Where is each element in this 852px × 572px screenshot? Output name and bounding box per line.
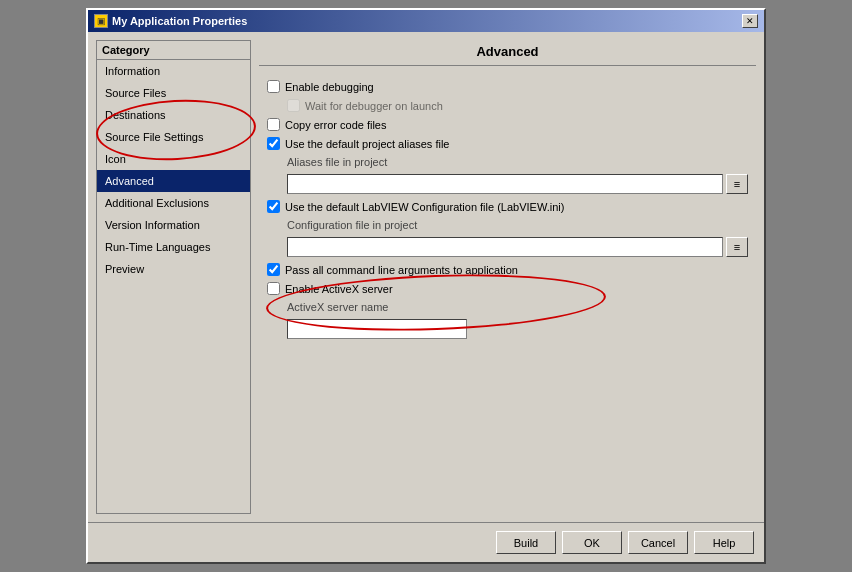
sidebar-item-source-files[interactable]: Source Files xyxy=(97,82,250,104)
config-file-label: Configuration file in project xyxy=(287,219,748,231)
sidebar-item-source-file-settings[interactable]: Source File Settings xyxy=(97,126,250,148)
sidebar: Category Information Source Files Destin… xyxy=(96,40,251,514)
copy-error-label: Copy error code files xyxy=(285,119,387,131)
dialog-title: My Application Properties xyxy=(112,15,247,27)
use-default-aliases-checkbox[interactable] xyxy=(267,137,280,150)
wait-debugger-label: Wait for debugger on launch xyxy=(305,100,443,112)
config-file-input[interactable] xyxy=(287,237,723,257)
use-default-labview-row: Use the default LabVIEW Configuration fi… xyxy=(267,200,748,213)
wait-debugger-row: Wait for debugger on launch xyxy=(287,99,748,112)
enable-activex-checkbox[interactable] xyxy=(267,282,280,295)
pass-cmdline-label: Pass all command line arguments to appli… xyxy=(285,264,518,276)
main-content: Advanced Enable debugging Wait for debug… xyxy=(259,40,756,514)
activex-server-input[interactable] xyxy=(287,319,467,339)
copy-error-code-row: Copy error code files xyxy=(267,118,748,131)
sidebar-item-run-time-languages[interactable]: Run-Time Languages xyxy=(97,236,250,258)
enable-debugging-row: Enable debugging xyxy=(267,80,748,93)
sidebar-item-icon[interactable]: Icon xyxy=(97,148,250,170)
sidebar-item-version-information[interactable]: Version Information xyxy=(97,214,250,236)
dialog-body: Category Information Source Files Destin… xyxy=(88,32,764,522)
panel-body: Enable debugging Wait for debugger on la… xyxy=(259,76,756,514)
cancel-button[interactable]: Cancel xyxy=(628,531,688,554)
pass-cmdline-checkbox[interactable] xyxy=(267,263,280,276)
sidebar-item-additional-exclusions[interactable]: Additional Exclusions xyxy=(97,192,250,214)
sidebar-item-information[interactable]: Information xyxy=(97,60,250,82)
wait-debugger-checkbox[interactable] xyxy=(287,99,300,112)
ok-button[interactable]: OK xyxy=(562,531,622,554)
enable-activex-row: Enable ActiveX server xyxy=(267,282,748,295)
use-default-labview-label: Use the default LabVIEW Configuration fi… xyxy=(285,201,564,213)
aliases-browse-button[interactable]: ≡ xyxy=(726,174,748,194)
use-default-labview-checkbox[interactable] xyxy=(267,200,280,213)
app-icon: ▣ xyxy=(94,14,108,28)
use-default-aliases-row: Use the default project aliases file xyxy=(267,137,748,150)
enable-debugging-checkbox[interactable] xyxy=(267,80,280,93)
aliases-file-label: Aliases file in project xyxy=(287,156,748,168)
copy-error-checkbox[interactable] xyxy=(267,118,280,131)
panel-title: Advanced xyxy=(259,40,756,66)
use-default-aliases-label: Use the default project aliases file xyxy=(285,138,449,150)
sidebar-item-advanced[interactable]: Advanced xyxy=(97,170,250,192)
dialog-window: ▣ My Application Properties ✕ Category I… xyxy=(86,8,766,564)
title-bar: ▣ My Application Properties ✕ xyxy=(88,10,764,32)
close-button[interactable]: ✕ xyxy=(742,14,758,28)
build-button[interactable]: Build xyxy=(496,531,556,554)
enable-debugging-label: Enable debugging xyxy=(285,81,374,93)
pass-cmdline-row: Pass all command line arguments to appli… xyxy=(267,263,748,276)
help-button[interactable]: Help xyxy=(694,531,754,554)
sidebar-item-preview[interactable]: Preview xyxy=(97,258,250,280)
aliases-file-input[interactable] xyxy=(287,174,723,194)
activex-server-label: ActiveX server name xyxy=(287,301,748,313)
enable-activex-label: Enable ActiveX server xyxy=(285,283,393,295)
sidebar-item-destinations[interactable]: Destinations xyxy=(97,104,250,126)
config-browse-button[interactable]: ≡ xyxy=(726,237,748,257)
dialog-footer: Build OK Cancel Help xyxy=(88,522,764,562)
sidebar-header: Category xyxy=(97,41,250,60)
